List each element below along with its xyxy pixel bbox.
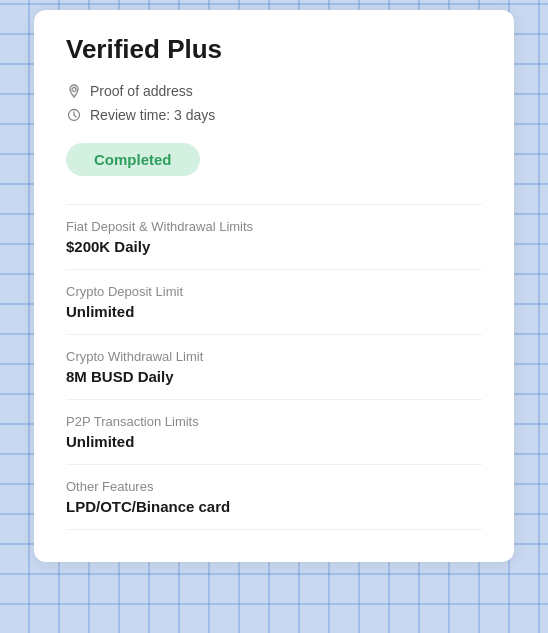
proof-of-address-row: Proof of address (66, 83, 482, 99)
review-time-text: Review time: 3 days (90, 107, 215, 123)
crypto-withdrawal-row: Crypto Withdrawal Limit 8M BUSD Daily (66, 335, 482, 400)
crypto-withdrawal-label: Crypto Withdrawal Limit (66, 349, 482, 364)
crypto-deposit-row: Crypto Deposit Limit Unlimited (66, 270, 482, 335)
p2p-limit-value: Unlimited (66, 433, 482, 450)
limits-section: Fiat Deposit & Withdrawal Limits $200K D… (66, 204, 482, 530)
location-icon (66, 83, 82, 99)
fiat-limit-label: Fiat Deposit & Withdrawal Limits (66, 219, 482, 234)
p2p-limit-row: P2P Transaction Limits Unlimited (66, 400, 482, 465)
status-badge: Completed (66, 143, 200, 176)
verified-plus-card: Verified Plus Proof of address Review ti… (34, 10, 514, 562)
crypto-deposit-value: Unlimited (66, 303, 482, 320)
review-time-row: Review time: 3 days (66, 107, 482, 123)
clock-icon (66, 107, 82, 123)
fiat-limit-value: $200K Daily (66, 238, 482, 255)
status-badge-container: Completed (66, 143, 482, 176)
crypto-deposit-label: Crypto Deposit Limit (66, 284, 482, 299)
other-features-value: LPD/OTC/Binance card (66, 498, 482, 515)
proof-of-address-text: Proof of address (90, 83, 193, 99)
page-title: Verified Plus (66, 34, 482, 65)
crypto-withdrawal-value: 8M BUSD Daily (66, 368, 482, 385)
other-features-label: Other Features (66, 479, 482, 494)
p2p-limit-label: P2P Transaction Limits (66, 414, 482, 429)
fiat-limit-row: Fiat Deposit & Withdrawal Limits $200K D… (66, 205, 482, 270)
svg-point-0 (72, 88, 76, 92)
other-features-row: Other Features LPD/OTC/Binance card (66, 465, 482, 530)
